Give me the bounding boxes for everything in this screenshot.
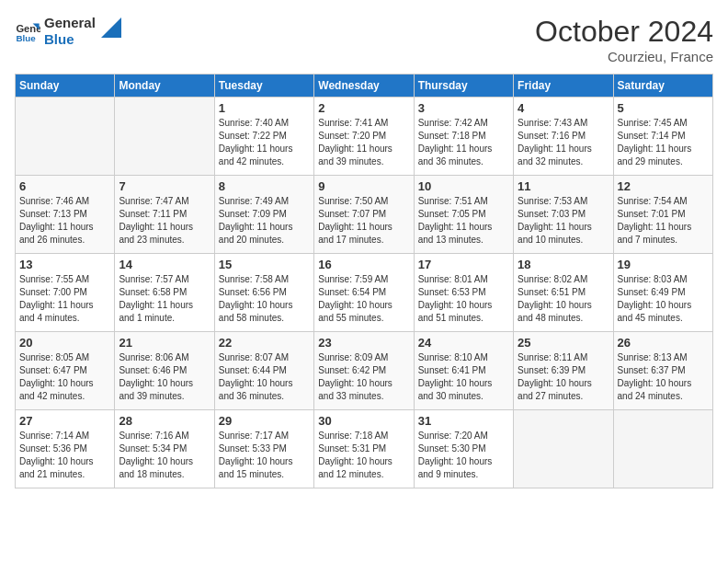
calendar-cell: 17Sunrise: 8:01 AMSunset: 6:53 PMDayligh…: [414, 254, 513, 332]
day-number: 17: [418, 258, 509, 271]
calendar-week-row: 1Sunrise: 7:40 AMSunset: 7:22 PMDaylight…: [16, 98, 713, 176]
day-number: 8: [219, 179, 310, 193]
calendar-cell: 6Sunrise: 7:46 AMSunset: 7:13 PMDaylight…: [16, 176, 115, 254]
calendar-cell: 25Sunrise: 8:11 AMSunset: 6:39 PMDayligh…: [514, 332, 613, 410]
day-number: 3: [418, 101, 509, 115]
day-info: Sunrise: 8:02 AMSunset: 6:51 PMDaylight:…: [518, 273, 609, 325]
calendar-cell: 31Sunrise: 7:20 AMSunset: 5:30 PMDayligh…: [414, 410, 513, 488]
calendar-cell: [514, 410, 613, 488]
calendar-cell: 19Sunrise: 8:03 AMSunset: 6:49 PMDayligh…: [613, 254, 712, 332]
day-info: Sunrise: 7:16 AMSunset: 5:34 PMDaylight:…: [119, 430, 210, 481]
day-info: Sunrise: 8:07 AMSunset: 6:44 PMDaylight:…: [219, 351, 310, 403]
calendar-cell: 24Sunrise: 8:10 AMSunset: 6:41 PMDayligh…: [414, 332, 513, 410]
day-number: 13: [19, 258, 110, 271]
day-info: Sunrise: 7:47 AMSunset: 7:11 PMDaylight:…: [119, 195, 210, 247]
day-info: Sunrise: 7:40 AMSunset: 7:22 PMDaylight:…: [219, 117, 310, 168]
logo-blue: Blue: [44, 31, 96, 48]
calendar-cell: 27Sunrise: 7:14 AMSunset: 5:36 PMDayligh…: [16, 410, 115, 488]
weekday-header-row: SundayMondayTuesdayWednesdayThursdayFrid…: [16, 75, 713, 98]
day-info: Sunrise: 7:58 AMSunset: 6:56 PMDaylight:…: [219, 273, 310, 325]
day-number: 18: [518, 258, 609, 271]
day-number: 5: [618, 101, 709, 115]
calendar-cell: 3Sunrise: 7:42 AMSunset: 7:18 PMDaylight…: [414, 98, 513, 176]
calendar-cell: 10Sunrise: 7:51 AMSunset: 7:05 PMDayligh…: [414, 176, 513, 254]
calendar-cell: 1Sunrise: 7:40 AMSunset: 7:22 PMDaylight…: [214, 98, 313, 176]
day-info: Sunrise: 8:13 AMSunset: 6:37 PMDaylight:…: [618, 351, 709, 403]
day-number: 27: [19, 414, 110, 428]
day-number: 26: [618, 336, 709, 350]
day-number: 24: [418, 336, 509, 350]
day-info: Sunrise: 7:46 AMSunset: 7:13 PMDaylight:…: [19, 195, 110, 247]
day-number: 16: [318, 258, 409, 271]
day-number: 9: [318, 179, 409, 193]
day-number: 14: [119, 258, 210, 271]
svg-marker-3: [101, 17, 121, 38]
day-info: Sunrise: 7:49 AMSunset: 7:09 PMDaylight:…: [219, 195, 310, 247]
weekday-header-tuesday: Tuesday: [214, 75, 313, 98]
calendar-week-row: 13Sunrise: 7:55 AMSunset: 7:00 PMDayligh…: [16, 254, 713, 332]
day-info: Sunrise: 7:43 AMSunset: 7:16 PMDaylight:…: [518, 117, 609, 168]
calendar-cell: 15Sunrise: 7:58 AMSunset: 6:56 PMDayligh…: [214, 254, 313, 332]
calendar-cell: 16Sunrise: 7:59 AMSunset: 6:54 PMDayligh…: [314, 254, 414, 332]
calendar-cell: 23Sunrise: 8:09 AMSunset: 6:42 PMDayligh…: [314, 332, 414, 410]
calendar-table: SundayMondayTuesdayWednesdayThursdayFrid…: [15, 74, 713, 488]
day-info: Sunrise: 7:50 AMSunset: 7:07 PMDaylight:…: [318, 195, 409, 247]
calendar-cell: 22Sunrise: 8:07 AMSunset: 6:44 PMDayligh…: [214, 332, 313, 410]
weekday-header-sunday: Sunday: [16, 75, 115, 98]
calendar-cell: 29Sunrise: 7:17 AMSunset: 5:33 PMDayligh…: [214, 410, 313, 488]
day-info: Sunrise: 7:51 AMSunset: 7:05 PMDaylight:…: [418, 195, 509, 247]
location: Courzieu, France: [535, 49, 713, 64]
day-info: Sunrise: 7:41 AMSunset: 7:20 PMDaylight:…: [318, 117, 409, 168]
day-number: 6: [19, 179, 110, 193]
day-info: Sunrise: 8:01 AMSunset: 6:53 PMDaylight:…: [418, 273, 509, 325]
day-number: 12: [618, 179, 709, 193]
day-number: 7: [119, 179, 210, 193]
calendar-cell: 5Sunrise: 7:45 AMSunset: 7:14 PMDaylight…: [613, 98, 712, 176]
day-info: Sunrise: 7:45 AMSunset: 7:14 PMDaylight:…: [618, 117, 709, 168]
day-info: Sunrise: 7:53 AMSunset: 7:03 PMDaylight:…: [518, 195, 609, 247]
day-number: 20: [19, 336, 110, 350]
day-number: 2: [318, 101, 409, 115]
calendar-cell: 21Sunrise: 8:06 AMSunset: 6:46 PMDayligh…: [115, 332, 214, 410]
calendar-cell: 30Sunrise: 7:18 AMSunset: 5:31 PMDayligh…: [314, 410, 414, 488]
day-info: Sunrise: 7:14 AMSunset: 5:36 PMDaylight:…: [19, 430, 110, 481]
calendar-cell: 12Sunrise: 7:54 AMSunset: 7:01 PMDayligh…: [613, 176, 712, 254]
day-number: 15: [219, 258, 310, 271]
day-info: Sunrise: 7:20 AMSunset: 5:30 PMDaylight:…: [418, 430, 509, 481]
day-number: 11: [518, 179, 609, 193]
day-info: Sunrise: 7:42 AMSunset: 7:18 PMDaylight:…: [418, 117, 509, 168]
day-info: Sunrise: 8:11 AMSunset: 6:39 PMDaylight:…: [518, 351, 609, 403]
day-info: Sunrise: 7:55 AMSunset: 7:00 PMDaylight:…: [19, 273, 110, 325]
day-info: Sunrise: 8:05 AMSunset: 6:47 PMDaylight:…: [19, 351, 110, 403]
weekday-header-thursday: Thursday: [414, 75, 513, 98]
day-info: Sunrise: 7:57 AMSunset: 6:58 PMDaylight:…: [119, 273, 210, 325]
page-header: General Blue General Blue October 2024 C…: [15, 15, 713, 64]
day-number: 1: [219, 101, 310, 115]
weekday-header-wednesday: Wednesday: [314, 75, 414, 98]
svg-text:Blue: Blue: [16, 33, 36, 43]
calendar-cell: 7Sunrise: 7:47 AMSunset: 7:11 PMDaylight…: [115, 176, 214, 254]
day-number: 21: [119, 336, 210, 350]
day-info: Sunrise: 7:54 AMSunset: 7:01 PMDaylight:…: [618, 195, 709, 247]
calendar-week-row: 6Sunrise: 7:46 AMSunset: 7:13 PMDaylight…: [16, 176, 713, 254]
logo: General Blue General Blue: [15, 15, 121, 48]
weekday-header-saturday: Saturday: [613, 75, 712, 98]
day-number: 19: [618, 258, 709, 271]
day-info: Sunrise: 8:06 AMSunset: 6:46 PMDaylight:…: [119, 351, 210, 403]
calendar-week-row: 20Sunrise: 8:05 AMSunset: 6:47 PMDayligh…: [16, 332, 713, 410]
calendar-cell: 26Sunrise: 8:13 AMSunset: 6:37 PMDayligh…: [613, 332, 712, 410]
day-number: 25: [518, 336, 609, 350]
day-info: Sunrise: 7:59 AMSunset: 6:54 PMDaylight:…: [318, 273, 409, 325]
day-info: Sunrise: 8:10 AMSunset: 6:41 PMDaylight:…: [418, 351, 509, 403]
calendar-cell: 9Sunrise: 7:50 AMSunset: 7:07 PMDaylight…: [314, 176, 414, 254]
calendar-cell: 28Sunrise: 7:16 AMSunset: 5:34 PMDayligh…: [115, 410, 214, 488]
day-number: 23: [318, 336, 409, 350]
calendar-cell: 20Sunrise: 8:05 AMSunset: 6:47 PMDayligh…: [16, 332, 115, 410]
calendar-cell: 11Sunrise: 7:53 AMSunset: 7:03 PMDayligh…: [514, 176, 613, 254]
day-number: 30: [318, 414, 409, 428]
day-number: 28: [119, 414, 210, 428]
weekday-header-monday: Monday: [115, 75, 214, 98]
calendar-cell: 18Sunrise: 8:02 AMSunset: 6:51 PMDayligh…: [514, 254, 613, 332]
title-block: October 2024 Courzieu, France: [535, 15, 713, 64]
calendar-cell: [115, 98, 214, 176]
